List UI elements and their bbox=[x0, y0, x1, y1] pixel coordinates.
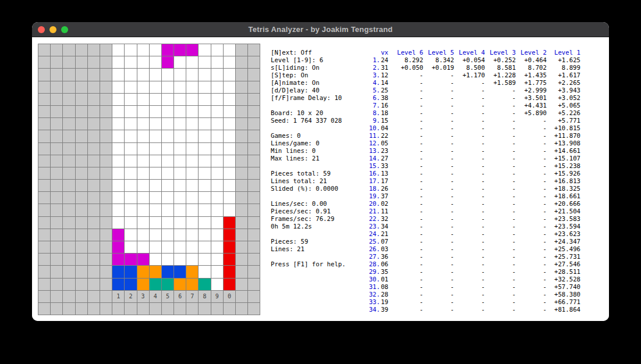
table-row: 13.23-----+14.661 bbox=[367, 147, 580, 155]
board-column-label: 9 bbox=[211, 291, 224, 303]
board-cell bbox=[63, 266, 75, 278]
board-cell bbox=[100, 69, 112, 81]
board-cell bbox=[224, 143, 236, 155]
board-cell bbox=[76, 254, 88, 266]
row-value: - bbox=[423, 268, 454, 276]
close-button[interactable] bbox=[38, 26, 45, 33]
row-value: +25.731 bbox=[547, 253, 580, 260]
board-cell bbox=[88, 94, 100, 106]
board-cell bbox=[88, 143, 100, 155]
row-vx: 32 bbox=[380, 215, 388, 223]
row-value: - bbox=[485, 306, 516, 313]
board-cell bbox=[88, 44, 100, 56]
row-value: - bbox=[388, 177, 423, 185]
board-cell bbox=[211, 155, 224, 167]
table-row: 9.15-----+5.771 bbox=[367, 117, 580, 124]
board-cell bbox=[162, 167, 174, 180]
board-cell bbox=[174, 229, 186, 241]
table-row: 12.05-----+13.908 bbox=[367, 140, 580, 147]
board-cell bbox=[38, 155, 51, 167]
row-value: +1.617 bbox=[547, 72, 580, 79]
board-cell bbox=[100, 229, 112, 241]
row-value: - bbox=[423, 124, 454, 132]
board-cell bbox=[150, 229, 162, 241]
row-value: - bbox=[388, 215, 423, 223]
row-number: 17. bbox=[367, 177, 380, 185]
settings-line: Pieces/sec: 0.91 bbox=[271, 208, 346, 215]
row-value: - bbox=[454, 200, 485, 208]
row-number: 9. bbox=[367, 117, 380, 124]
board-cell bbox=[76, 204, 88, 216]
row-value: - bbox=[388, 132, 423, 140]
row-value: - bbox=[485, 162, 516, 170]
board-cell bbox=[174, 44, 186, 56]
board-cell bbox=[137, 56, 150, 69]
settings-line bbox=[271, 230, 346, 238]
row-value: - bbox=[485, 276, 516, 283]
header-level: Level 5 bbox=[423, 49, 454, 56]
board-cell bbox=[248, 94, 260, 106]
row-number: 25. bbox=[367, 238, 380, 245]
row-value: - bbox=[423, 155, 454, 162]
row-value: - bbox=[485, 200, 516, 208]
board-cell bbox=[248, 229, 260, 241]
row-value: - bbox=[423, 306, 454, 313]
board-cell bbox=[199, 217, 211, 229]
board-cell bbox=[248, 303, 260, 315]
table-row: 27.36-----+25.731 bbox=[367, 253, 580, 260]
row-value: - bbox=[388, 79, 423, 87]
row-number: 3. bbox=[367, 72, 380, 79]
row-value: - bbox=[516, 177, 547, 185]
board-cell bbox=[51, 229, 63, 241]
titlebar[interactable]: Tetris Analyzer - by Joakim Tengstrand bbox=[32, 22, 609, 37]
row-value: +28.511 bbox=[547, 268, 580, 276]
board-cell bbox=[186, 69, 199, 81]
board-cell bbox=[236, 229, 248, 241]
board-cell bbox=[224, 130, 236, 142]
table-row: 18.26-----+18.325 bbox=[367, 185, 580, 192]
board-cell bbox=[76, 44, 88, 56]
board-cell bbox=[224, 69, 236, 81]
row-value: - bbox=[485, 230, 516, 238]
row-value: +1.228 bbox=[485, 72, 516, 79]
board-cell bbox=[211, 254, 224, 266]
row-value: - bbox=[454, 230, 485, 238]
board-cell bbox=[248, 143, 260, 155]
board-cell bbox=[150, 167, 162, 180]
header-level: Level 3 bbox=[485, 49, 516, 56]
board-cell bbox=[63, 130, 75, 142]
row-value: +0.019 bbox=[423, 64, 454, 72]
board-cell bbox=[51, 81, 63, 94]
board-cell bbox=[199, 69, 211, 81]
board-cell bbox=[125, 69, 137, 81]
board-cell bbox=[38, 130, 51, 142]
board-cell bbox=[38, 303, 51, 315]
board-cell bbox=[162, 254, 174, 266]
row-value: +1.170 bbox=[454, 72, 485, 79]
board-cell bbox=[150, 266, 162, 278]
row-value: - bbox=[423, 177, 454, 185]
row-value: 8.292 bbox=[388, 56, 423, 64]
board-cell bbox=[236, 303, 248, 315]
board-cell bbox=[236, 204, 248, 216]
zoom-button[interactable] bbox=[61, 26, 68, 33]
board-cell bbox=[236, 167, 248, 180]
table-row: 30.01-----+32.528 bbox=[367, 276, 580, 283]
board-cell bbox=[51, 279, 63, 291]
board-cell bbox=[162, 44, 174, 56]
board-cell bbox=[162, 192, 174, 204]
board-cell bbox=[248, 81, 260, 94]
board-cell bbox=[174, 69, 186, 81]
board-cell bbox=[112, 303, 125, 315]
minimize-button[interactable] bbox=[49, 26, 56, 33]
row-number: 6. bbox=[367, 94, 380, 102]
board-cell bbox=[88, 254, 100, 266]
row-value: - bbox=[516, 132, 547, 140]
board-cell bbox=[186, 303, 199, 315]
settings-line: Slided (%): 0.0000 bbox=[271, 185, 346, 192]
row-value: - bbox=[454, 109, 485, 117]
board-cell bbox=[248, 118, 260, 130]
row-value: - bbox=[454, 140, 485, 147]
row-value: - bbox=[454, 253, 485, 260]
board-cell bbox=[150, 217, 162, 229]
